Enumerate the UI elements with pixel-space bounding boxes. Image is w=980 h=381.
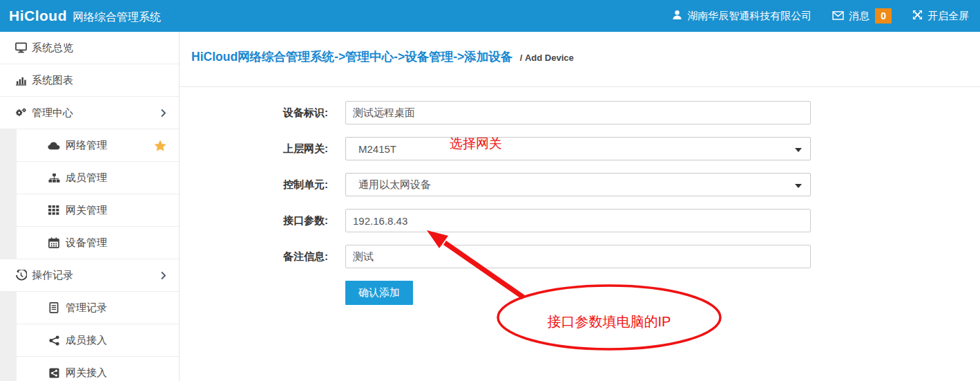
sidebar-item-device-management[interactable]: 设备管理 <box>0 227 179 259</box>
control-unit-select[interactable]: 通用以太网设备 <box>345 173 811 196</box>
sidebar-item-gateway-access[interactable]: 网关接入 <box>0 357 179 381</box>
sidebar-item-label: 成员接入 <box>66 334 107 347</box>
app-logo-name: HiCloud <box>9 8 67 24</box>
sidebar-item-label: 管理记录 <box>66 301 107 315</box>
form-row-device-id: 设备标识: <box>180 101 980 124</box>
sidebar-item-label: 网关接入 <box>66 366 107 380</box>
bar-chart-icon <box>14 75 28 86</box>
cloud-icon <box>47 141 61 150</box>
interface-params-label: 接口参数: <box>180 214 345 227</box>
sidebar-item-label: 系统总览 <box>32 41 73 55</box>
app-logo: HiCloud 网络综合管理系统 <box>0 8 161 25</box>
history-icon <box>14 270 28 281</box>
control-unit-label: 控制单元: <box>180 178 345 192</box>
sidebar-item-label: 设备管理 <box>66 236 107 250</box>
remark-input[interactable] <box>345 245 811 268</box>
submenu-indent-strip <box>0 292 17 324</box>
envelope-icon <box>832 10 849 22</box>
device-id-label: 设备标识: <box>180 106 345 120</box>
submenu-indent-strip <box>0 324 17 357</box>
sidebar-item-system-charts[interactable]: 系统图表 <box>0 64 179 97</box>
sidebar-item-system-overview[interactable]: 系统总览 <box>0 32 179 64</box>
sidebar-nav: 系统总览 系统图表 管理中心 网络管理 <box>0 32 180 381</box>
messages-count-badge: 0 <box>875 8 892 24</box>
form-row-control-unit: 控制单元: 通用以太网设备 <box>180 173 980 196</box>
sidebar-item-label: 网络管理 <box>66 139 107 152</box>
sidebar-item-management-records[interactable]: 管理记录 <box>0 292 179 324</box>
add-device-form: 设备标识: 上层网关: M2415T 控制单元: 通用以太网设备 <box>180 101 980 305</box>
fullscreen-icon <box>912 10 928 22</box>
grid-icon <box>47 205 61 215</box>
caret-down-icon <box>795 184 802 188</box>
chevron-right-icon <box>160 109 166 118</box>
file-text-icon <box>47 302 61 313</box>
control-unit-selected-value: 通用以太网设备 <box>358 178 431 192</box>
sitemap-icon <box>47 173 61 183</box>
share-square-icon <box>47 368 61 378</box>
sidebar-item-label: 网关管理 <box>66 204 107 217</box>
fullscreen-label: 开启全屏 <box>928 10 969 23</box>
sidebar-item-member-management[interactable]: 成员管理 <box>0 162 179 194</box>
app-logo-subtitle: 网络综合管理系统 <box>73 10 161 25</box>
submenu-indent-strip <box>0 129 17 162</box>
fullscreen-toggle[interactable]: 开启全屏 <box>912 10 969 23</box>
form-row-interface-params: 接口参数: <box>180 209 980 232</box>
sidebar-item-gateway-management[interactable]: 网关管理 <box>0 194 179 227</box>
submenu-indent-strip <box>0 194 17 227</box>
sidebar-item-label: 操作记录 <box>32 269 73 282</box>
sidebar-item-operation-records[interactable]: 操作记录 <box>0 259 179 292</box>
caret-down-icon <box>795 148 802 152</box>
sidebar-item-network-management[interactable]: 网络管理 <box>0 129 179 162</box>
form-row-upper-gateway: 上层网关: M2415T <box>180 137 980 160</box>
interface-params-input[interactable] <box>345 209 811 232</box>
upper-gateway-label: 上层网关: <box>180 142 345 156</box>
breadcrumb-suffix: / Add Device <box>520 53 574 63</box>
sidebar-item-label: 成员管理 <box>66 171 107 185</box>
remark-label: 备注信息: <box>180 250 345 263</box>
upper-gateway-selected-value: M2415T <box>358 143 396 155</box>
confirm-add-button[interactable]: 确认添加 <box>345 281 413 305</box>
submenu-indent-strip <box>0 162 17 194</box>
breadcrumb: HiCloud网络综合管理系统->管理中心->设备管理->添加设备 / Add … <box>180 32 980 87</box>
messages-menu[interactable]: 消息 0 <box>832 8 892 24</box>
device-id-input[interactable] <box>345 101 811 124</box>
company-menu[interactable]: 湖南华辰智通科技有限公司 <box>672 10 811 23</box>
user-icon <box>672 10 687 22</box>
form-row-remark: 备注信息: <box>180 245 980 268</box>
desktop-icon <box>14 42 28 53</box>
chevron-right-icon <box>160 271 166 280</box>
sidebar-item-label: 系统图表 <box>32 74 73 87</box>
submenu-indent-strip <box>0 227 17 259</box>
company-name: 湖南华辰智通科技有限公司 <box>687 10 811 23</box>
star-icon <box>154 140 166 151</box>
breadcrumb-path: HiCloud网络综合管理系统->管理中心->设备管理->添加设备 <box>191 50 512 64</box>
share-icon <box>47 335 61 346</box>
calendar-icon <box>47 237 61 248</box>
messages-label: 消息 <box>849 10 869 23</box>
upper-gateway-select[interactable]: M2415T <box>345 137 811 160</box>
sidebar-item-management-center[interactable]: 管理中心 <box>0 97 179 129</box>
sidebar-item-label: 管理中心 <box>32 106 73 120</box>
gears-icon <box>14 107 28 118</box>
main-content: HiCloud网络综合管理系统->管理中心->设备管理->添加设备 / Add … <box>180 32 980 381</box>
top-header-bar: HiCloud 网络综合管理系统 湖南华辰智通科技有限公司 消息 0 开启全屏 <box>0 0 980 32</box>
submenu-indent-strip <box>0 357 17 381</box>
sidebar-item-member-access[interactable]: 成员接入 <box>0 324 179 357</box>
